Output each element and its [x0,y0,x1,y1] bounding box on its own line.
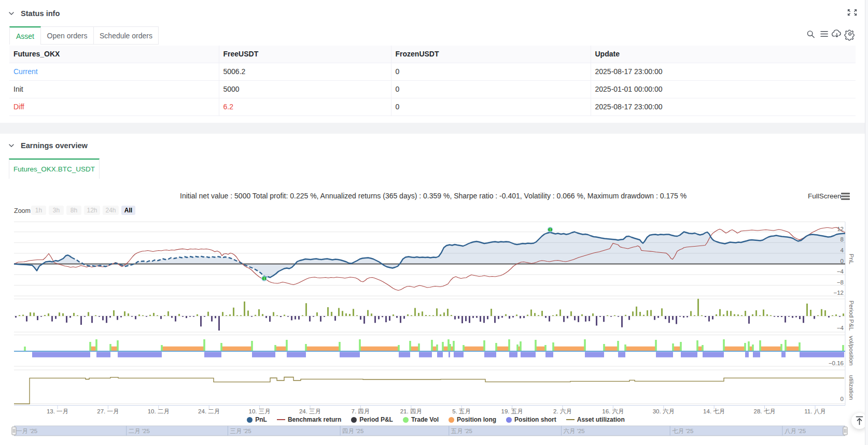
svg-text:7. 四月: 7. 四月 [352,408,370,414]
svg-text:10. 三月: 10. 三月 [249,408,271,414]
svg-text:−4: −4 [837,325,844,331]
svg-text:−12: −12 [833,290,844,296]
svg-text:28. 七月: 28. 七月 [754,408,776,414]
svg-text:30. 六月: 30. 六月 [653,408,675,414]
svg-text:13. 一月: 13. 一月 [47,408,68,414]
svg-text:七月 '25: 七月 '25 [672,428,693,434]
svg-text:24. 二月: 24. 二月 [198,408,220,414]
svg-text:一月 '25: 一月 '25 [16,428,37,434]
svg-text:10. 二月: 10. 二月 [148,408,170,414]
svg-text:四月 '25: 四月 '25 [342,428,363,434]
svg-text:Period P&L: Period P&L [848,300,855,331]
svg-text:vol/position: vol/position [848,336,855,366]
svg-text:三月 '25: 三月 '25 [230,428,251,434]
svg-text:2. 六月: 2. 六月 [553,408,572,414]
svg-text:14. 七月: 14. 七月 [703,408,725,414]
svg-text:21. 四月: 21. 四月 [400,408,422,414]
svg-text:4: 4 [841,247,844,253]
svg-text:19. 五月: 19. 五月 [501,408,523,414]
svg-text:六月 '25: 六月 '25 [564,428,585,434]
svg-text:0: 0 [841,258,844,264]
svg-text:5. 五月: 5. 五月 [452,408,471,414]
svg-text:12: 12 [837,226,844,232]
svg-text:24. 三月: 24. 三月 [299,408,321,414]
svg-text:utilization: utilization [848,375,855,400]
svg-text:−8: −8 [837,279,844,285]
svg-text:0: 0 [841,396,844,402]
svg-text:8: 8 [841,236,844,242]
svg-text:八月 '25: 八月 '25 [785,428,806,434]
svg-text:五月 '25: 五月 '25 [451,428,472,434]
svg-text:16. 六月: 16. 六月 [602,408,624,414]
svg-text:11. 八月: 11. 八月 [804,408,825,414]
svg-text:−4: −4 [837,268,844,275]
svg-text:27. 一月: 27. 一月 [97,408,119,414]
svg-text:二月 '25: 二月 '25 [129,428,150,434]
svg-text:PnL: PnL [848,254,855,265]
svg-text:−0.16: −0.16 [829,360,844,366]
